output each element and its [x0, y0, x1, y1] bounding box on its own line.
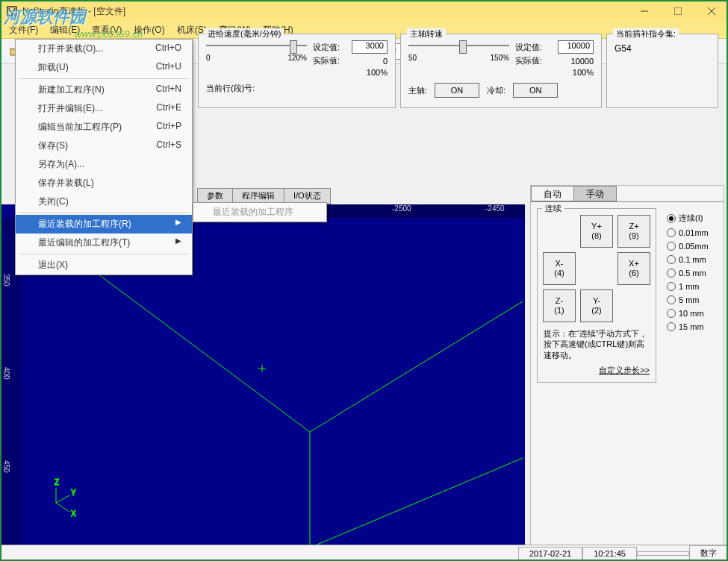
spindle-on-button[interactable]: ON: [435, 83, 479, 98]
maximize-button[interactable]: [661, 0, 694, 22]
window-title: NcStudio高速版 - [空文件]: [22, 5, 125, 18]
spindle-tick-max: 150%: [490, 54, 509, 62]
spindle-tick-min: 50: [408, 54, 417, 62]
jog-hint: 提示：在“连续”手动方式下，按下高速键(或CTRL键)则高速移动。: [544, 328, 650, 360]
jog-z-plus[interactable]: Z+(9): [617, 215, 650, 248]
cool-on-button[interactable]: ON: [513, 83, 558, 98]
menu-item[interactable]: 最近装载的加工程序(R)▶: [16, 215, 192, 234]
status-bar: 2017-02-21 10:21:45 数字: [0, 545, 728, 561]
menu-item[interactable]: 退出(X): [16, 256, 192, 275]
spindle-title: 主轴转速: [407, 28, 446, 40]
feed-title: 进给速度(毫米/分钟): [205, 28, 284, 40]
spindle-onoff-label: 主轴:: [408, 85, 427, 96]
cmdset-title: 当前插补指令集:: [613, 28, 679, 40]
menu-edit[interactable]: 编辑(E): [44, 22, 86, 38]
radio-1[interactable]: 1 mm: [667, 282, 719, 291]
feed-act-label: 实际值:: [313, 55, 340, 66]
menu-operate[interactable]: 操作(O): [128, 22, 170, 38]
menu-file[interactable]: 文件(F): [3, 22, 44, 38]
jog-group-title: 连续: [542, 203, 564, 214]
submenu-recent-label: 最近装载的加工程序: [193, 203, 326, 222]
jog-x-minus[interactable]: X-(4): [543, 252, 576, 285]
spindle-act-value: 10000: [558, 57, 594, 66]
feed-slider[interactable]: [206, 39, 307, 52]
svg-line-26: [56, 495, 69, 503]
spindle-set-label: 设定值:: [515, 42, 542, 53]
feed-tick-max: 120%: [287, 54, 307, 62]
radio-05[interactable]: 0.5 mm: [667, 269, 719, 278]
cmdset-group: 当前插补指令集: G54: [606, 34, 718, 108]
menu-item[interactable]: 打开并装载(O)...Ctrl+O: [16, 40, 192, 58]
jog-z-minus[interactable]: Z-(1): [543, 289, 576, 322]
svg-text:X: X: [71, 510, 76, 518]
spindle-pct: 100%: [573, 68, 594, 77]
menu-view[interactable]: 查看(V): [86, 22, 128, 38]
minimize-button[interactable]: [627, 0, 661, 22]
step-radios: 连续(I) 0.01mm 0.05mm 0.1 mm 0.5 mm 1 mm 5…: [667, 208, 719, 336]
spindle-set-value[interactable]: 10000: [558, 40, 594, 54]
svg-rect-1: [674, 7, 682, 15]
feed-group: 进给速度(毫米/分钟) 0120% 设定值:3000 实际值:0 100% 当前…: [198, 34, 396, 108]
menu-item[interactable]: 最近编辑的加工程序(T)▶: [16, 234, 192, 252]
menu-item[interactable]: 打开并编辑(E)...Ctrl+E: [16, 99, 192, 118]
jog-x-plus[interactable]: X+(6): [617, 252, 650, 285]
feed-set-value[interactable]: 3000: [352, 40, 388, 54]
radio-10[interactable]: 10 mm: [667, 309, 719, 318]
current-line-label: 当前行(段)号:: [206, 83, 388, 94]
feed-act-value: 0: [352, 57, 388, 66]
jog-y-minus[interactable]: Y-(2): [580, 289, 613, 322]
tab-auto[interactable]: 自动: [531, 186, 574, 201]
cool-label: 冷却:: [487, 85, 505, 96]
spindle-group: 主轴转速 50150% 设定值:10000 实际值:10000 100% 主轴:…: [400, 34, 602, 108]
status-time: 10:21:45: [582, 547, 637, 560]
menu-item[interactable]: 关闭(C): [16, 192, 192, 211]
file-menu-dropdown: 打开并装载(O)...Ctrl+O卸载(U)Ctrl+U新建加工程序(N)Ctr…: [15, 39, 193, 275]
radio-continuous[interactable]: 连续(I): [667, 213, 719, 224]
status-date: 2017-02-21: [518, 547, 582, 560]
jog-panel: 自动 手动 连续 Y+(8) Z+(9) X-(4) X+(6) Z-(1) Y…: [530, 185, 724, 561]
radio-01[interactable]: 0.1 mm: [667, 255, 719, 264]
radio-005[interactable]: 0.05mm: [667, 242, 719, 251]
feed-tick-min: 0: [206, 54, 211, 62]
svg-text:Y: Y: [71, 489, 76, 497]
menu-item[interactable]: 编辑当前加工程序(P)Ctrl+P: [16, 118, 192, 137]
close-button[interactable]: [694, 0, 728, 22]
radio-001[interactable]: 0.01mm: [667, 228, 719, 237]
radio-15[interactable]: 15 mm: [667, 322, 719, 331]
radio-5[interactable]: 5 mm: [667, 295, 719, 304]
svg-text:Z: Z: [55, 478, 59, 486]
menu-item[interactable]: 卸载(U)Ctrl+U: [16, 58, 192, 77]
feed-pct: 100%: [367, 68, 388, 77]
custom-step-link[interactable]: 自定义步长>>: [544, 365, 650, 376]
jog-y-plus[interactable]: Y+(8): [580, 215, 613, 248]
menu-item[interactable]: 保存(S)Ctrl+S: [16, 137, 192, 155]
app-icon: [6, 5, 18, 17]
recent-load-submenu: 最近装载的加工程序: [193, 202, 327, 222]
spindle-act-label: 实际值:: [515, 55, 542, 66]
status-mode: 数字: [689, 545, 728, 561]
menu-item[interactable]: 另存为(A)...: [16, 155, 192, 174]
feed-set-label: 设定值:: [313, 42, 340, 53]
svg-line-20: [310, 458, 523, 548]
menu-item[interactable]: 新建加工程序(N)Ctrl+N: [16, 81, 192, 99]
cmdset-value: G54: [615, 43, 710, 54]
menu-item[interactable]: 保存并装载(L): [16, 174, 192, 192]
tab-manual[interactable]: 手动: [573, 186, 617, 201]
svg-line-18: [310, 301, 523, 432]
spindle-slider[interactable]: [408, 39, 509, 52]
window-titlebar: NcStudio高速版 - [空文件]: [0, 0, 728, 22]
svg-line-28: [56, 503, 69, 512]
